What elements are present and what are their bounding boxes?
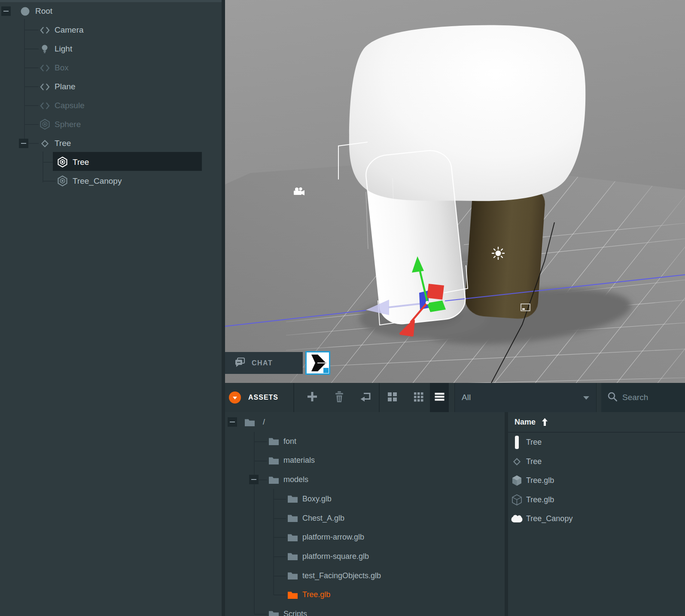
hierarchy-item-capsule-5[interactable]: Capsule — [0, 96, 222, 115]
hierarchy-item-label: Capsule — [55, 96, 85, 115]
assets-panel-title: ASSETS — [248, 383, 278, 412]
collapse-toggle[interactable] — [249, 475, 259, 484]
folder-item--[interactable]: / — [225, 413, 501, 432]
asset-item-label: Tree — [526, 433, 542, 452]
assets-filter-dropdown[interactable]: All — [454, 383, 597, 412]
gizmo-plane-x-handle[interactable] — [427, 284, 444, 300]
hierarchy-item-tree-8[interactable]: Tree — [0, 153, 222, 172]
folder-item-label: test_FacingObjects.glb — [302, 566, 381, 586]
viewport: CHAT — [222, 0, 685, 383]
viewport-canvas[interactable] — [222, 0, 685, 383]
move-asset-button[interactable] — [356, 383, 375, 412]
folder-icon — [268, 475, 279, 485]
hierarchy-item-tree-canopy-9[interactable]: Tree_Canopy — [0, 172, 222, 191]
playcanvas-editor: { "hierarchy": { "items": [ {"label": "R… — [0, 0, 685, 616]
asset-item-tree-1[interactable]: Tree — [508, 452, 685, 471]
hierarchy-item-light-2[interactable]: Light — [0, 39, 222, 58]
sort-ascending-icon — [542, 418, 548, 428]
collapse-toggle[interactable] — [1, 6, 11, 16]
folder-icon — [287, 590, 298, 600]
folder-item-label: platform-arrow.glb — [302, 528, 364, 547]
template-diamond-icon — [510, 457, 524, 466]
light-gizmo-icon[interactable] — [492, 247, 504, 259]
folder-item-scripts[interactable]: Scripts — [225, 604, 501, 616]
folder-item-platform-square-glb[interactable]: platform-square.glb — [225, 547, 501, 566]
hierarchy-item-tree-7[interactable]: Tree — [0, 134, 222, 153]
filter-value: All — [462, 383, 471, 412]
folder-item-test-facingobjects-glb[interactable]: test_FacingObjects.glb — [225, 566, 501, 586]
model-hex-icon — [56, 156, 68, 168]
folder-item-label: Chest_A.glb — [302, 509, 344, 528]
asset-item-tree-glb-2[interactable]: Tree.glb — [508, 471, 685, 490]
asset-item-label: Tree — [526, 452, 542, 471]
asset-item-label: Tree_Canopy — [526, 509, 572, 528]
folder-item-label: font — [283, 432, 296, 451]
panel-resize-handle[interactable] — [222, 0, 225, 616]
view-large-grid-button[interactable] — [409, 383, 428, 412]
hierarchy-item-label: Tree — [55, 134, 71, 153]
folder-tree-pane: /fontmaterialsmodelsBoxy.glbChest_A.glbp… — [225, 412, 501, 616]
hierarchy-item-label: Box — [55, 58, 69, 77]
light-bulb-icon — [39, 43, 51, 55]
files-pane: Name TreeTreeTree.glbTree.glbTree_Canopy — [508, 412, 685, 616]
hierarchy-item-label: Tree_Canopy — [73, 172, 122, 191]
folder-icon — [287, 552, 298, 561]
assets-collapse-button[interactable] — [228, 383, 241, 412]
folder-item-label: / — [263, 413, 265, 432]
pane-divider[interactable] — [505, 412, 508, 616]
folder-item-label: Boxy.glb — [302, 489, 332, 509]
assets-search — [601, 383, 685, 412]
folder-item-platform-arrow-glb[interactable]: platform-arrow.glb — [225, 528, 501, 547]
hierarchy-item-label: Light — [55, 39, 72, 58]
hierarchy-item-root-0[interactable]: Root — [0, 2, 222, 21]
entity-icon — [39, 81, 51, 93]
folder-item-models[interactable]: models — [225, 470, 501, 489]
assets-toolbar: ASSETS — [222, 383, 685, 412]
chat-button-label: CHAT — [252, 359, 273, 367]
folder-icon — [244, 418, 255, 427]
tree-canopy-mesh[interactable] — [349, 25, 585, 201]
folder-item-materials[interactable]: materials — [225, 451, 501, 470]
hierarchy-item-box-3[interactable]: Box — [0, 58, 222, 77]
folder-item-chest-a-glb[interactable]: Chest_A.glb — [225, 509, 501, 528]
folder-item-font[interactable]: font — [225, 432, 501, 451]
diamond-icon — [39, 137, 51, 149]
search-input[interactable] — [622, 393, 678, 402]
folder-item-boxy-glb[interactable]: Boxy.glb — [225, 489, 501, 509]
chat-icon — [234, 357, 246, 369]
collapse-toggle[interactable] — [228, 417, 237, 427]
delete-asset-button[interactable] — [330, 383, 349, 412]
folder-item-tree-glb[interactable]: Tree.glb — [225, 585, 501, 604]
chevron-down-icon — [583, 396, 589, 400]
hierarchy-item-camera-1[interactable]: Camera — [0, 21, 222, 39]
asset-item-tree-0[interactable]: Tree — [508, 433, 685, 452]
tree-trunk-mesh[interactable] — [464, 182, 546, 320]
asset-item-label: Tree.glb — [526, 471, 554, 490]
view-small-grid-button[interactable] — [383, 383, 402, 412]
launch-button[interactable] — [305, 351, 330, 375]
asset-item-tree-canopy-4[interactable]: Tree_Canopy — [508, 509, 685, 528]
add-asset-button[interactable] — [303, 383, 322, 412]
plus-icon — [307, 391, 317, 404]
assets-content: /fontmaterialsmodelsBoxy.glbChest_A.glbp… — [222, 412, 685, 616]
collapse-toggle[interactable] — [19, 139, 28, 148]
model-hex-icon — [39, 118, 51, 130]
folder-icon — [268, 456, 279, 465]
asset-item-tree-glb-3[interactable]: Tree.glb — [508, 490, 685, 510]
hierarchy-item-label: Tree — [73, 153, 89, 172]
chat-button[interactable]: CHAT — [225, 352, 303, 374]
view-list-button[interactable] — [430, 383, 449, 412]
sort-header-name[interactable]: Name — [508, 412, 685, 433]
folder-icon — [268, 610, 279, 616]
hierarchy-item-plane-4[interactable]: Plane — [0, 77, 222, 96]
entity-icon — [39, 62, 51, 74]
hierarchy-item-sphere-6[interactable]: Sphere — [0, 115, 222, 134]
asset-item-label: Tree.glb — [526, 490, 554, 510]
folder-item-label: models — [283, 470, 308, 489]
return-arrow-icon — [360, 391, 371, 404]
gizmo-origin[interactable] — [426, 301, 429, 304]
hierarchy-item-label: Camera — [55, 21, 84, 39]
launch-badge — [323, 368, 329, 373]
canopy-thumbnail-icon — [510, 514, 524, 524]
small-grid-icon — [387, 392, 397, 404]
